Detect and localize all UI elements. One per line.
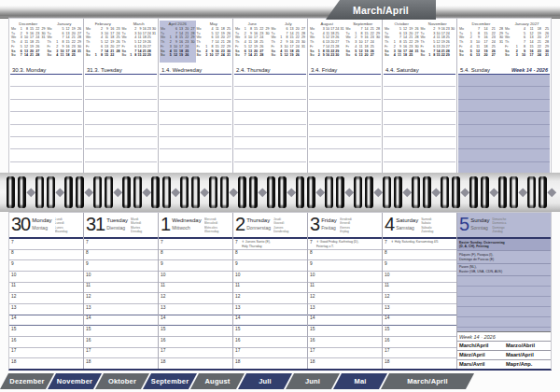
wire-loop xyxy=(35,176,44,208)
hour-grid: 7✝ Jueves Santo (E),Holy Thursday8910111… xyxy=(233,239,307,369)
mini-date-cell xyxy=(39,53,45,58)
desk-calendar: March/April DecemberMo18152229Tu29162330… xyxy=(0,0,560,392)
month-tabs: DezemberNovemberOktoberSeptemberAugustJu… xyxy=(0,373,474,389)
day-name-lang: Zaterdag xyxy=(421,230,455,233)
month-name: Март/Апр. xyxy=(504,360,551,369)
day-name-lang: Zondag xyxy=(492,230,549,233)
mini-month-label: June xyxy=(235,21,270,26)
hour-slot: 14 xyxy=(159,315,232,327)
wire-loop xyxy=(278,176,287,208)
wire-loop xyxy=(76,176,84,208)
hour-slot: 10 xyxy=(308,272,382,283)
month-tab-mai[interactable]: Mai xyxy=(333,373,387,389)
mini-month-label: January xyxy=(48,21,82,26)
day-name-lang: Donderdag xyxy=(273,230,305,233)
mini-month-label: March xyxy=(122,21,157,26)
month-tab-oktober[interactable]: Oktober xyxy=(95,373,149,389)
month-name-row: Mars/AvrilМарт/Апр. xyxy=(457,360,551,369)
mini-week-row: Su7142128 xyxy=(11,53,46,58)
holiday-block: Pasen (NL),Easter (GB, USA, CDN, AUS) xyxy=(457,264,551,276)
mini-month-label: October xyxy=(385,21,419,26)
day-name-en: Saturday xyxy=(396,217,418,223)
month-name: März/April xyxy=(457,351,504,359)
wire-loop xyxy=(93,176,102,208)
mini-month-calendar: SeptemberMo7142128Tu18152229We29162330Th… xyxy=(345,21,382,63)
wire-loop xyxy=(481,176,489,208)
holiday-block: Easter Sunday, Ostersonntag(D, A, CH), F… xyxy=(457,239,551,251)
hour-slot: 16 xyxy=(308,337,382,348)
mini-week-row: Su181522 xyxy=(86,53,120,58)
mini-month-calendar: JanuaryMo5121926Tu6132027We7142128Th1815… xyxy=(47,21,83,63)
wire-loop xyxy=(220,176,229,208)
month-tab-juni[interactable]: Juni xyxy=(286,373,340,389)
mini-week-row: Su4111825 xyxy=(48,53,82,58)
day-name-languages: MercrediMercoledìMiércolesWoensdag xyxy=(204,214,231,237)
month-tab-november[interactable]: November xyxy=(48,373,102,389)
day-header: 3FridayFreitagVendrediVenerdìViernesVrij… xyxy=(308,213,382,239)
top-day-column: JuneMo18152229Tu29162330We3101724Th41118… xyxy=(233,19,308,173)
month-tab-september[interactable]: September xyxy=(143,373,197,389)
hour-slot: 10 xyxy=(233,272,307,283)
wire-loop xyxy=(122,176,131,208)
day-name-en: Thursday xyxy=(246,217,271,223)
top-day-label: 3.4. Friday xyxy=(311,67,337,73)
mini-month-calendar: JuneMo18152229Tu29162330We3101724Th41118… xyxy=(234,21,271,63)
hour-slot: 11 xyxy=(84,283,158,294)
wire-loop xyxy=(423,176,431,208)
hour-slot: 18 xyxy=(84,358,158,369)
hour-slot: 13 xyxy=(233,304,307,315)
month-name: Mars/Avril xyxy=(457,360,504,369)
day-name-de: Donnerstag xyxy=(246,225,271,231)
binding-rail xyxy=(0,6,560,19)
hour-slot: 14 xyxy=(308,315,382,327)
top-day-column: April 2026Mo6132027Tu7142128We18152229Th… xyxy=(159,19,233,173)
hour-slot: 11 xyxy=(383,283,456,294)
mini-date-cell: 13 xyxy=(472,53,480,58)
holiday-note: ✝ Jueves Santo (E),Holy Thursday xyxy=(242,240,271,248)
top-day-label: 31.3. Tuesday xyxy=(87,67,122,73)
hour-slot: 9 xyxy=(9,260,83,272)
wire-loop xyxy=(498,176,507,208)
day-header: 31TuesdayDienstagMardiMartedìMartesDinsd… xyxy=(84,213,158,239)
day-name-de: Samstag xyxy=(396,225,418,231)
month-tab-juli[interactable]: Juli xyxy=(238,373,292,389)
day-names: TuesdayDienstag xyxy=(106,214,128,237)
hour-slot: 14 xyxy=(84,315,158,327)
holiday-line: Easter (GB, USA, CDN, AUS) xyxy=(459,270,549,274)
hour-slot: 17 xyxy=(383,348,456,359)
month-tab-dezember[interactable]: Dezember xyxy=(0,373,54,389)
day-names: FridayFreitag xyxy=(321,214,337,237)
wire-loop xyxy=(510,176,518,208)
notes-ruled-lines xyxy=(457,276,551,331)
current-month-tab[interactable]: March/April xyxy=(326,0,436,20)
notes-ruled-lines xyxy=(384,75,455,173)
mini-calendar-pair: DecemberMo7142128Tu18152229We29162330Th3… xyxy=(457,19,551,63)
mini-calendar-pair: AugustMo310172431Tu4111825We5121926Th613… xyxy=(308,19,382,63)
holiday-note: ✝ Holy Saturday, Karsamstag 4/5 xyxy=(391,240,438,245)
week-number-label: Week 14 · 2026 xyxy=(511,67,548,73)
month-tab-august[interactable]: August xyxy=(190,373,245,389)
wire-loop xyxy=(249,176,258,208)
hour-slot: 17 xyxy=(84,348,158,359)
day-column: 3FridayFreitagVendrediVenerdìViernesVrij… xyxy=(308,213,383,369)
day-name-de: Mittwoch xyxy=(172,225,202,231)
hour-slot: 8 xyxy=(159,250,232,261)
mini-month-calendar: DecemberMo7142128Tu18152229We29162330Th3… xyxy=(458,21,504,63)
day-names: MondayMontag xyxy=(32,214,51,237)
day-column: 1WednesdayMittwochMercrediMercoledìMiérc… xyxy=(159,213,233,369)
wire-loop xyxy=(267,176,275,208)
month-tab-march-april[interactable]: March/April xyxy=(381,373,474,389)
hour-slot: 17 xyxy=(233,348,307,359)
wire-loop xyxy=(365,176,373,208)
notes-ruled-lines xyxy=(458,75,550,173)
day-header: 5SundaySonntagDimancheDomenicaDomingoZon… xyxy=(457,213,551,239)
notes-ruled-lines xyxy=(160,75,231,173)
day-name-en: Wednesday xyxy=(172,217,202,223)
mini-date-cell xyxy=(339,53,343,58)
mini-week-row: Su4111825 xyxy=(385,53,419,58)
hour-slot: 15 xyxy=(233,326,307,337)
day-column: 4SaturdaySamstagSamediSabatoSábadoZaterd… xyxy=(383,213,457,369)
holiday-note-line: Feiertag z.T. xyxy=(316,245,358,249)
wire-loop xyxy=(394,176,402,208)
top-day-header: 5.4. SundayWeek 14 · 2026 xyxy=(458,63,550,75)
